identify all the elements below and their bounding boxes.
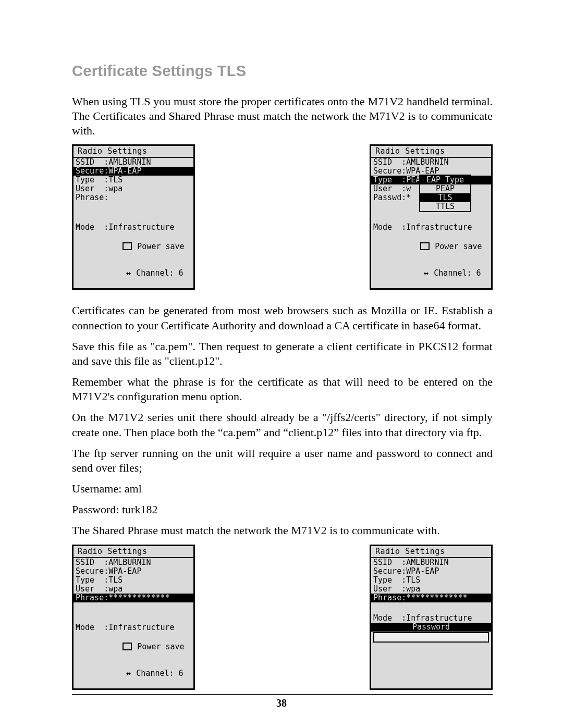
field-ssid: SSID :AMLBURNIN xyxy=(76,558,191,567)
channel-label: Channel: 6 xyxy=(136,268,183,278)
channel-row: ↔Channel: 6 xyxy=(76,660,191,687)
paragraph-username: Username: aml xyxy=(72,482,493,496)
field-user: User :wpa xyxy=(76,585,191,594)
field-ssid: SSID :AMLBURNIN xyxy=(76,158,191,167)
field-secure: Secure:WPA-EAP xyxy=(373,567,489,576)
field-user: User :wpa xyxy=(76,184,191,193)
screens-row-2: Radio Settings SSID :AMLBURNIN Secure:WP… xyxy=(72,545,493,690)
checkbox-icon xyxy=(123,242,132,250)
power-save-row: Power save xyxy=(76,634,191,660)
radio-settings-panel-1: Radio Settings SSID :AMLBURNIN Secure:WP… xyxy=(72,144,195,290)
channel-row: ↔Channel: 6 xyxy=(76,260,191,287)
panel-title: Radio Settings xyxy=(74,546,193,558)
field-mode: Mode :Infrastructure xyxy=(76,223,191,232)
paragraph: Remember what the phrase is for the cert… xyxy=(72,375,493,404)
field-ssid: SSID :AMLBURNIN xyxy=(373,558,489,567)
field-secure: Secure:WPA-EAP xyxy=(74,167,193,176)
field-mode: Mode :Infrastructure xyxy=(373,223,489,232)
channel-row: ↔Channel: 6 xyxy=(373,260,489,287)
paragraph: On the M71V2 series unit there should al… xyxy=(72,410,493,439)
field-user: User :wpa xyxy=(373,585,489,594)
page-number: 38 xyxy=(0,697,563,709)
eap-option-tls: TLS xyxy=(420,193,470,202)
left-right-arrow-icon: ↔ xyxy=(123,269,133,278)
field-phrase: Phrase:************* xyxy=(74,594,193,602)
paragraph: The Shared Phrase must match the network… xyxy=(72,523,493,538)
radio-settings-panel-3: Radio Settings SSID :AMLBURNIN Secure:WP… xyxy=(72,545,195,690)
left-right-arrow-icon: ↔ xyxy=(123,669,133,678)
power-save-row: Power save xyxy=(76,233,191,260)
field-type: Type :TLS xyxy=(76,576,191,585)
field-mode: Mode :Infrastructure xyxy=(76,623,191,632)
field-mode: Mode :Infrastructure xyxy=(373,614,489,623)
power-save-row: Power save xyxy=(373,233,489,260)
section-heading: Certificate Settings TLS xyxy=(72,63,493,80)
password-label: Password xyxy=(371,623,491,632)
eap-type-popup: EAP Type PEAP TLS TTLS xyxy=(419,175,471,212)
screens-row-1: Radio Settings SSID :AMLBURNIN Secure:WP… xyxy=(72,144,493,290)
field-secure: Secure:WPA-EAP xyxy=(76,567,191,576)
password-input-box xyxy=(373,632,489,643)
left-right-arrow-icon: ↔ xyxy=(420,269,431,278)
checkbox-icon xyxy=(123,643,132,650)
field-phrase: Phrase:************* xyxy=(371,594,491,602)
paragraph-password: Password: turk182 xyxy=(72,502,493,517)
document-page: { "heading": "Certificate Settings TLS",… xyxy=(0,0,563,728)
power-save-label: Power save xyxy=(137,242,184,251)
panel-title: Radio Settings xyxy=(371,146,491,158)
paragraph: The ftp server running on the unit will … xyxy=(72,446,493,475)
panel-title: Radio Settings xyxy=(371,546,491,558)
paragraph: Certificates can be generated from most … xyxy=(72,303,493,332)
power-save-label: Power save xyxy=(435,242,482,251)
footer-divider xyxy=(72,694,493,695)
channel-label: Channel: 6 xyxy=(136,669,183,678)
eap-popup-header: EAP Type xyxy=(420,176,470,184)
channel-label: Channel: 6 xyxy=(434,268,481,278)
paragraph: Save this file as "ca.pem". Then request… xyxy=(72,339,493,368)
field-ssid: SSID :AMLBURNIN xyxy=(373,158,489,167)
eap-option-ttls: TTLS xyxy=(420,202,470,211)
eap-option-peap: PEAP xyxy=(420,184,470,193)
paragraph: When using TLS you must store the proper… xyxy=(72,94,493,138)
field-type: Type :TLS xyxy=(76,176,191,184)
radio-settings-panel-2: Radio Settings SSID :AMLBURNIN Secure:WP… xyxy=(370,144,493,290)
panel-title: Radio Settings xyxy=(74,146,193,158)
checkbox-icon xyxy=(420,242,430,250)
radio-settings-panel-4: Radio Settings SSID :AMLBURNIN Secure:WP… xyxy=(370,545,493,690)
power-save-label: Power save xyxy=(137,642,184,651)
field-type: Type :TLS xyxy=(373,576,489,585)
field-phrase: Phrase: xyxy=(76,193,191,202)
